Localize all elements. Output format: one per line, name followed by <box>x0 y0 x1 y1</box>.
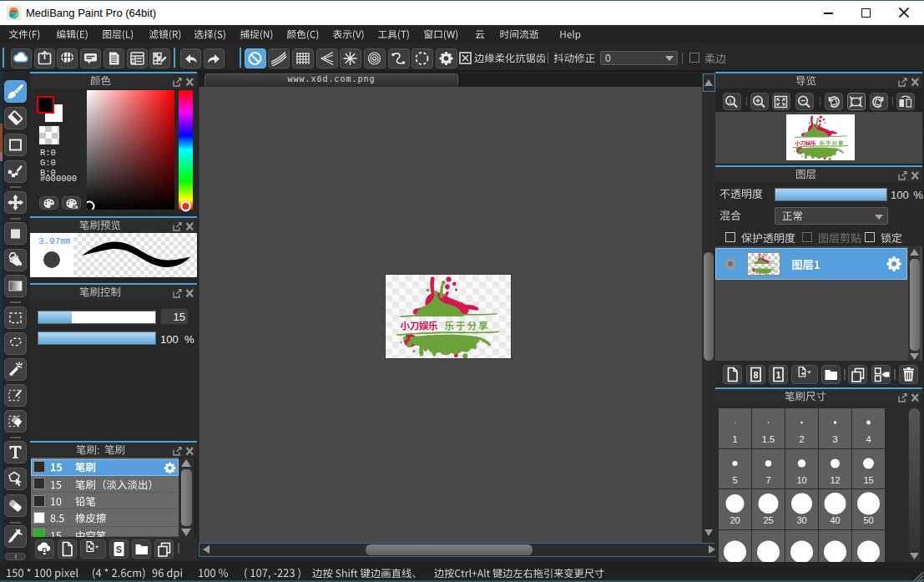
svg-text:S: S <box>116 544 122 554</box>
svg-text:1: 1 <box>729 97 733 104</box>
svg-text:1: 1 <box>776 371 781 380</box>
svg-text:8: 8 <box>754 371 759 380</box>
